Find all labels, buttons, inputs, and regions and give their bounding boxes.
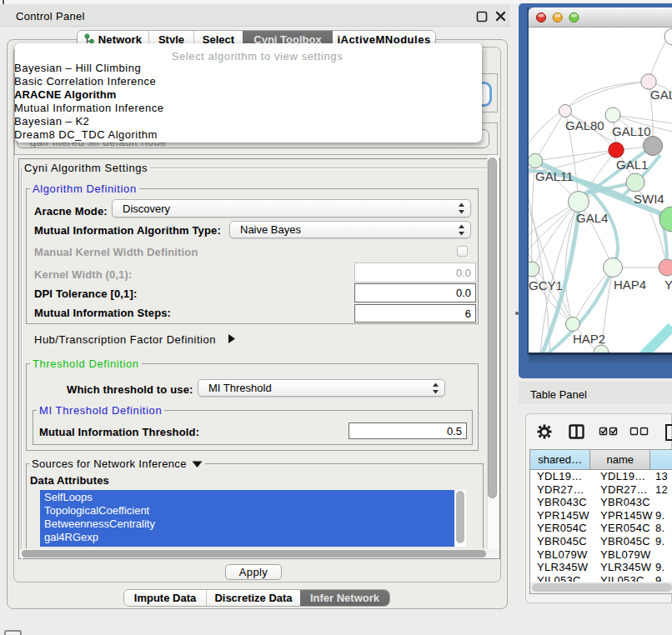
svg-text:HAP2: HAP2	[573, 332, 605, 346]
svg-text:GCY1: GCY1	[529, 278, 563, 292]
svg-text:GAL: GAL	[650, 88, 672, 102]
svg-text:GAL10: GAL10	[612, 124, 651, 138]
svg-text:GAL11: GAL11	[535, 169, 574, 183]
svg-text:SWI4: SWI4	[634, 192, 664, 206]
svg-text:GAL4: GAL4	[576, 211, 608, 225]
svg-text:HAP4: HAP4	[614, 278, 646, 292]
svg-text:GAL1: GAL1	[616, 158, 648, 172]
svg-text:GAL80: GAL80	[565, 118, 604, 132]
svg-text:Y: Y	[664, 278, 672, 292]
